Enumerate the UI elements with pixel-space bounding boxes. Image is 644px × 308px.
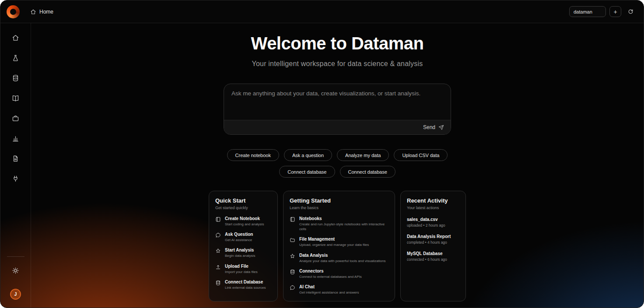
sidebar-item-data[interactable] (8, 70, 23, 85)
activity-item-sales-data[interactable]: sales_data.csv uploaded • 2 hours ago (407, 217, 459, 228)
quick-start-item-upload-file[interactable]: Upload File Import your data files (215, 264, 271, 274)
sidebar: J (0, 23, 31, 308)
theme-toggle[interactable] (8, 263, 23, 278)
book-open-icon (12, 94, 19, 102)
chat-bubble-icon (290, 285, 295, 290)
pill-create-notebook[interactable]: Create notebook (227, 149, 279, 161)
main-content: Welcome to Dataman Your intelligent work… (31, 23, 644, 308)
getting-started-card: Getting Started Learn the basics Noteboo… (283, 191, 395, 301)
topbar: Home dataman + (0, 0, 644, 23)
folder-icon (290, 237, 295, 243)
briefcase-icon (12, 115, 19, 122)
quick-start-item-ask-question[interactable]: Ask Question Get AI assistance (215, 232, 271, 242)
home-icon (30, 9, 36, 15)
app-window: Home dataman + (0, 0, 644, 308)
card-subtitle: Get started quickly (215, 206, 271, 210)
getting-started-item-notebooks[interactable]: Notebooks Create and run Jupyter-style n… (290, 216, 388, 231)
add-button[interactable]: + (609, 6, 621, 17)
activity-item-analysis-report[interactable]: Data Analysis Report completed • 4 hours… (407, 234, 459, 245)
workspace-selector[interactable]: dataman (569, 6, 606, 17)
activity-item-mysql-database[interactable]: MySQL Database connected • 6 hours ago (407, 251, 459, 262)
card-subtitle: Your latest actions (407, 206, 459, 210)
send-label: Send (423, 124, 435, 130)
getting-started-item-data-analysis[interactable]: Data Analysis Analyze your data with pow… (290, 253, 388, 263)
dataman-logo[interactable] (7, 5, 20, 18)
chat-input[interactable] (224, 84, 451, 120)
bar-chart-icon (12, 135, 19, 142)
notebook-icon (215, 217, 221, 222)
getting-started-item-connectors[interactable]: Connectors Connect to external databases… (290, 269, 388, 279)
getting-started-item-ai-chat[interactable]: AI Chat Get intelligent assistance and a… (290, 284, 388, 295)
page-subtitle: Your intelligent workspace for data scie… (252, 60, 423, 68)
home-label: Home (39, 9, 53, 15)
send-button[interactable]: Send (423, 124, 444, 130)
card-subtitle: Learn the basics (290, 206, 388, 210)
database-icon (215, 280, 221, 286)
app-body: J Welcome to Dataman Your intelligent wo… (0, 23, 644, 308)
pill-connect-database-2[interactable]: Connect database (340, 166, 396, 178)
sidebar-item-experiments[interactable] (8, 50, 23, 65)
sun-icon (12, 267, 19, 274)
flask-icon (12, 54, 19, 62)
quick-actions-row-1: Create notebook Ask a question Analyze m… (227, 149, 448, 161)
recent-activity-card: Recent Activity Your latest actions sale… (400, 191, 466, 301)
sidebar-item-files[interactable] (8, 151, 23, 166)
plug-icon (12, 175, 19, 182)
database-icon (290, 269, 295, 275)
quick-start-item-connect-database[interactable]: Connect Database Link external data sour… (215, 280, 271, 290)
sidebar-item-docs[interactable] (8, 91, 23, 105)
pill-analyze-data[interactable]: Analyze my data (337, 149, 389, 161)
sidebar-item-analytics[interactable] (8, 131, 23, 146)
card-title: Getting Started (290, 197, 388, 204)
page-title: Welcome to Dataman (251, 34, 424, 53)
upload-icon (215, 264, 221, 270)
chat-bubble-icon (215, 232, 221, 238)
quick-actions-row-2: Connect database Connect database (279, 166, 396, 178)
pill-connect-database-1[interactable]: Connect database (279, 166, 335, 178)
breadcrumb-home[interactable]: Home (30, 9, 53, 15)
file-icon (12, 155, 19, 162)
card-title: Recent Activity (407, 197, 459, 204)
quick-start-card: Quick Start Get started quickly Create N… (209, 191, 278, 301)
chat-box: Send (224, 84, 451, 135)
sidebar-divider (7, 256, 24, 257)
sidebar-item-home[interactable] (8, 30, 23, 45)
chat-footer: Send (224, 120, 451, 134)
refresh-button[interactable] (625, 6, 637, 17)
home-icon (12, 34, 19, 42)
notebook-icon (290, 217, 295, 222)
quick-start-item-create-notebook[interactable]: Create Notebook Start coding and analysi… (215, 216, 271, 227)
pill-upload-csv[interactable]: Upload CSV data (394, 149, 448, 161)
refresh-icon (628, 9, 634, 14)
quick-start-item-start-analysis[interactable]: Start Analysis Begin data analysis (215, 248, 271, 258)
database-icon (12, 74, 19, 82)
star-icon (215, 248, 221, 254)
workspace-value: dataman (574, 9, 592, 14)
card-title: Quick Start (215, 197, 271, 204)
cards-row: Quick Start Get started quickly Create N… (209, 191, 466, 301)
user-avatar[interactable]: J (10, 289, 21, 300)
send-icon (438, 125, 444, 130)
sidebar-item-connectors[interactable] (8, 171, 23, 186)
pill-ask-question[interactable]: Ask a question (284, 149, 332, 161)
sidebar-item-projects[interactable] (8, 111, 23, 126)
getting-started-item-file-management[interactable]: File Management Upload, organize and man… (290, 237, 388, 247)
star-icon (290, 253, 295, 259)
